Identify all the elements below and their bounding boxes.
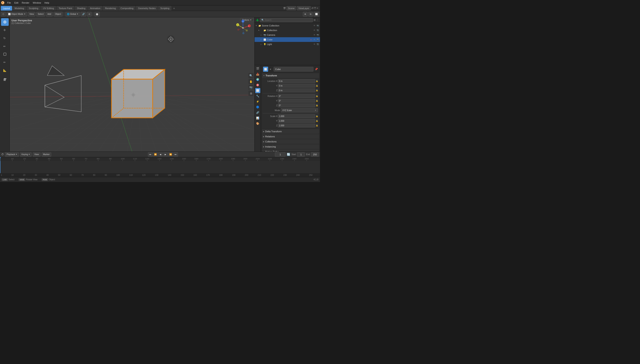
prop-icon-view-layer[interactable]: 🌍 [255, 77, 260, 82]
rotation-x-value[interactable]: 0° [278, 94, 315, 98]
add-workspace-tab[interactable]: + [172, 6, 176, 10]
prop-icon-object[interactable]: ⬜ [255, 88, 260, 93]
timeline-ruler[interactable]: 1 10 20 30 40 50 60 70 80 [0, 157, 320, 161]
prop-icon-material[interactable]: 🎨 [255, 121, 260, 126]
tool-scale[interactable]: ⇔ [1, 42, 9, 50]
outliner-item-collection[interactable]: ▼ 📁 Collection 👁 📷 [254, 28, 320, 32]
tool-add-cube[interactable] [1, 76, 9, 84]
sync-icon[interactable]: 🔄 [287, 153, 290, 156]
mode-selector[interactable]: ⬜ Object Mode ▼ [6, 12, 27, 16]
tab-rendering[interactable]: Rendering [103, 6, 118, 10]
viewport-options-btn[interactable]: Options ▼ [240, 18, 254, 22]
object-name-input[interactable] [274, 67, 314, 72]
timeline-body[interactable]: 1102030405060708090100110120130140150160… [0, 161, 320, 177]
rotation-z-value[interactable]: 0° [278, 104, 315, 107]
scale-x-value[interactable]: 1.000 [278, 114, 315, 118]
prop-icon-particles[interactable]: ⚡ [255, 99, 260, 104]
delta-transform-section[interactable]: ▶ Delta Transform [262, 129, 319, 134]
snap-btn[interactable]: 🔗 [81, 12, 86, 16]
visibility-toggle-camera[interactable]: 👁 [313, 34, 316, 36]
render-toggle-cube[interactable]: 📷 [316, 38, 319, 41]
transform-section-header[interactable]: ▼ Transform [262, 73, 319, 78]
transform-orientation-btn[interactable]: 🌐 Global ▼ [66, 12, 80, 16]
viewport-3d[interactable]: User Perspective (1) Collection | Cube O… [10, 17, 254, 152]
visibility-toggle-collection[interactable]: 👁 [313, 29, 316, 32]
playback-menu-btn[interactable]: Playback ▼ [5, 152, 19, 156]
tab-texture-paint[interactable]: Texture Paint [56, 6, 74, 10]
scale-y-value[interactable]: 1.000 [278, 119, 315, 123]
overlay-toggle[interactable]: ⧉ [308, 12, 313, 16]
instancing-section[interactable]: ▶ Instancing [262, 144, 319, 149]
object-menu-btn[interactable]: Object [54, 12, 63, 16]
close-icon[interactable]: ✕ [316, 7, 318, 9]
outliner-item-scene-collection[interactable]: ▼ 📁 Scene Collection 👁 📷 [254, 23, 320, 28]
tab-sculpting[interactable]: Sculpting [27, 6, 40, 10]
camera-view-icon[interactable]: 📷 [248, 85, 254, 90]
editor-type-btn[interactable]: ⬡ [1, 12, 6, 16]
render-toggle-camera[interactable]: 📷 [316, 34, 319, 36]
prop-type-chevron-icon[interactable]: ▼ [270, 68, 272, 70]
prop-icon-modifier[interactable]: 🔧 [255, 94, 260, 98]
tool-annotate[interactable]: ✏ [1, 58, 9, 66]
visibility-toggle-scene[interactable]: 👁 [313, 24, 316, 27]
scale-z-lock-icon[interactable]: 🔓 [316, 124, 318, 126]
tool-transform[interactable] [1, 50, 9, 58]
keying-menu-btn[interactable]: Keying ▼ [20, 152, 32, 156]
rotation-x-lock-icon[interactable]: 🔓 [316, 95, 318, 97]
menu-edit[interactable]: Edit [13, 0, 20, 5]
play-reverse-btn[interactable]: ◀ [158, 152, 163, 156]
timeline-view-menu-btn[interactable]: View [33, 152, 40, 156]
gizmo-toggle[interactable]: ⊕ [303, 12, 308, 16]
add-menu-btn[interactable]: Add [46, 12, 53, 16]
play-btn[interactable]: ▶ [163, 152, 168, 156]
maximize-icon[interactable]: 🗖 [314, 7, 316, 9]
menu-help[interactable]: Help [43, 0, 51, 5]
tab-layout[interactable]: Layout [1, 6, 12, 10]
zoom-in-icon[interactable]: 🔍 [248, 73, 254, 78]
prop-icon-physics[interactable]: 🔵 [255, 104, 260, 110]
pan-icon[interactable]: ✋ [248, 79, 254, 84]
tab-geometry-nodes[interactable]: Geometry Nodes [136, 6, 158, 10]
location-z-lock-icon[interactable]: 🔓 [316, 89, 318, 92]
tab-modeling[interactable]: Modeling [12, 6, 26, 10]
view-layer-name[interactable]: ViewLayer [297, 6, 311, 10]
pin-icon[interactable]: 📌 [315, 68, 318, 71]
current-frame-input[interactable]: 1 [275, 152, 286, 156]
prop-icon-constraints[interactable]: 🔗 [255, 110, 260, 115]
next-keyframe-btn[interactable]: ⏩ [168, 152, 173, 156]
outliner-item-light[interactable]: ▶ 💡 Light 👁 📷 [254, 42, 320, 46]
end-frame-input[interactable]: 250 [311, 152, 319, 156]
tab-scripting[interactable]: Scripting [158, 6, 172, 10]
scale-z-value[interactable]: 1.000 [278, 124, 315, 128]
location-x-lock-icon[interactable]: 🔓 [316, 80, 318, 82]
prev-keyframe-btn[interactable]: ⏪ [153, 152, 158, 156]
menu-file[interactable]: File [6, 0, 13, 5]
menu-render[interactable]: Render [20, 0, 31, 5]
marker-menu-btn[interactable]: Marker [42, 152, 51, 156]
tab-uv-editing[interactable]: UV Editing [41, 6, 56, 10]
prop-icon-data[interactable]: 📊 [255, 116, 260, 121]
scale-x-lock-icon[interactable]: 🔓 [316, 115, 318, 117]
tab-animation[interactable]: Animation [88, 6, 103, 10]
outliner-search-field[interactable]: 🔍 Search [260, 18, 313, 22]
rotation-z-lock-icon[interactable]: 🔓 [316, 104, 318, 106]
prop-icon-output[interactable]: 📤 [255, 72, 260, 76]
visibility-toggle-light[interactable]: 👁 [313, 43, 316, 46]
rotation-mode-select[interactable]: XYZ Euler ▼ [281, 108, 318, 112]
select-menu-btn[interactable]: Select [36, 12, 45, 16]
tab-compositing[interactable]: Compositing [118, 6, 136, 10]
view-menu-btn[interactable]: View [28, 12, 36, 16]
collections-section[interactable]: ▶ Collections [262, 139, 319, 144]
visibility-toggle-cube[interactable]: 👁 [313, 38, 316, 41]
motion-paths-section[interactable]: ▶ Motion Paths [262, 150, 319, 152]
start-frame-input[interactable]: 1 [297, 152, 305, 156]
scene-name[interactable]: Scene [286, 6, 296, 10]
render-toggle-light[interactable]: 📷 [316, 43, 319, 46]
tool-measure[interactable]: 📐 [1, 66, 9, 74]
location-y-lock-icon[interactable]: 🔓 [316, 85, 318, 87]
jump-end-btn[interactable]: ⏭ [173, 152, 178, 156]
location-z-value[interactable]: 0 m [278, 88, 315, 92]
minimize-icon[interactable]: 🗗 [312, 7, 314, 9]
tab-shading[interactable]: Shading [75, 6, 88, 10]
tool-move[interactable]: ✛ [1, 26, 9, 34]
